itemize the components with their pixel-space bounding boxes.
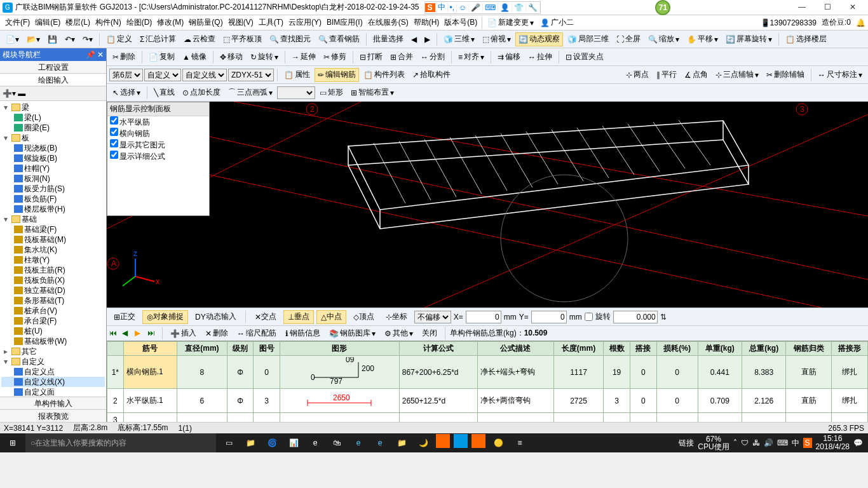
tree-item[interactable]: ▾自定义	[1, 356, 105, 367]
copy-button[interactable]: 📄复制	[146, 50, 178, 64]
tree-item[interactable]: ▾梁	[1, 102, 105, 112]
tree-item[interactable]: 板洞(N)	[1, 173, 105, 184]
add-icon[interactable]: ➕▾	[3, 89, 16, 98]
properties-button[interactable]: 📋属性	[281, 68, 313, 82]
rebar-table[interactable]: 筋号直径(mm)级别图号图形计算公式公式描述长度(mm)根数搭接损耗(%)单重(…	[107, 341, 868, 422]
close-button[interactable]: ✕	[840, 1, 865, 14]
coord-snap[interactable]: ⊹坐标	[381, 310, 412, 324]
app-icon-7[interactable]	[471, 434, 485, 448]
open-button[interactable]: 📂▾	[24, 32, 43, 46]
app-icon-8[interactable]: 🟡	[489, 434, 507, 452]
rebar-library-button[interactable]: 📚钢筋图库 ▾	[326, 327, 379, 341]
table-header[interactable]: 计算公式	[399, 342, 477, 356]
y-input[interactable]	[531, 311, 567, 323]
table-cell[interactable]	[477, 413, 553, 423]
stepper-icon[interactable]: ⇅	[660, 313, 667, 322]
rebar-opt-2[interactable]: 显示其它图元	[107, 139, 209, 151]
table-header[interactable]: 钢筋归类	[786, 342, 832, 356]
tree-item[interactable]: ▸其它	[1, 346, 105, 356]
tray-sogou-icon[interactable]: S	[803, 438, 812, 448]
tree-item[interactable]: 承台梁(F)	[1, 316, 105, 326]
define-button[interactable]: 📋定义	[103, 32, 135, 46]
delete-button[interactable]: ✂删除	[109, 50, 139, 64]
tree-item[interactable]: 桩承台(V)	[1, 306, 105, 316]
table-cell[interactable]: 867+200+6.25*d	[399, 356, 477, 389]
rotate-checkbox[interactable]	[585, 313, 593, 321]
table-cell[interactable]: 0.441	[698, 356, 742, 389]
minimize-button[interactable]: —	[789, 1, 815, 14]
other-button[interactable]: ⚙其他 ▾	[381, 327, 416, 341]
point-length-button[interactable]: ⊙点加长度	[179, 86, 224, 100]
rect-tool-button[interactable]: ▭矩形	[316, 86, 346, 100]
menu-draw[interactable]: 绘图(D)	[124, 17, 155, 28]
save-button[interactable]: 💾	[44, 32, 60, 46]
merge-button[interactable]: ⊞合并	[387, 50, 416, 64]
perp-snap[interactable]: ⊥垂点	[283, 310, 314, 324]
tree-collapse-icon[interactable]: ▬	[18, 89, 25, 98]
move-button[interactable]: ✥移动	[217, 50, 246, 64]
table-cell[interactable]: Φ	[227, 389, 254, 413]
local-3d-button[interactable]: 🧊局部三维	[564, 32, 612, 46]
table-cell[interactable]	[254, 413, 280, 423]
pan-button[interactable]: ✋平移 ▾	[684, 32, 721, 46]
component-list-button[interactable]: 📋构件列表	[360, 68, 408, 82]
tree-item[interactable]: 筏板主筋(R)	[1, 265, 105, 275]
table-cell[interactable]: 1*	[107, 356, 124, 389]
view-3d-button[interactable]: 🧊三维 ▾	[440, 32, 478, 46]
ie2-icon[interactable]: e	[371, 434, 389, 452]
set-grip-button[interactable]: ⊡设置夹点	[562, 50, 607, 64]
table-header[interactable]: 公式描述	[477, 342, 553, 356]
tree-item[interactable]: 板负筋(F)	[1, 194, 105, 204]
rebar-display-panel[interactable]: 钢筋显示控制面板 水平纵筋 横向钢筋 显示其它图元 显示详细公式	[107, 102, 210, 216]
tray-link[interactable]: 链接	[679, 438, 694, 449]
split-button[interactable]: ↔分割	[417, 50, 448, 64]
table-header[interactable]: 直径(mm)	[177, 342, 227, 356]
tree-item[interactable]: 柱墩(Y)	[1, 255, 105, 265]
edge-icon[interactable]: e	[306, 434, 324, 452]
table-cell[interactable]	[656, 413, 698, 423]
table-header[interactable]: 单重(kg)	[698, 342, 742, 356]
trim-button[interactable]: ✂修剪	[320, 50, 349, 64]
table-cell[interactable]: 0	[254, 356, 280, 389]
tray-notifications-icon[interactable]: 💬	[853, 438, 863, 447]
next-button[interactable]: ▶	[421, 32, 433, 46]
pick-component-button[interactable]: ↗拾取构件	[409, 68, 454, 82]
table-cell[interactable]: 2	[107, 389, 124, 413]
ime-mic-icon[interactable]: 🎤	[469, 3, 483, 12]
prev-icon[interactable]: ◀	[122, 329, 132, 339]
next-icon[interactable]: ▶	[135, 329, 145, 339]
tree-item[interactable]: 梁(L)	[1, 112, 105, 123]
menu-rebar[interactable]: 钢筋量(Q)	[186, 17, 225, 28]
nav-tab-project[interactable]: 工程设置	[0, 61, 106, 74]
table-header[interactable]: 搭接	[630, 342, 656, 356]
table-cell[interactable]: 6	[177, 389, 227, 413]
task-view-icon[interactable]: ▭	[220, 434, 238, 452]
view-top-button[interactable]: ⬚俯视 ▾	[479, 32, 514, 46]
table-cell[interactable]	[832, 413, 868, 423]
menu-tools[interactable]: 工具(T)	[256, 17, 286, 28]
rotate-input[interactable]	[613, 311, 658, 323]
ortho-toggle[interactable]: ⊞正交	[109, 310, 140, 324]
table-cell[interactable]	[280, 413, 399, 423]
bell-icon[interactable]: 🔔	[856, 18, 865, 27]
table-header[interactable]: 长度(mm)	[553, 342, 604, 356]
table-cell[interactable]: 净长+两倍弯钩	[477, 389, 553, 413]
table-cell[interactable]: 19	[604, 356, 630, 389]
table-cell[interactable]	[742, 413, 785, 423]
category-select[interactable]: 自定义	[144, 69, 181, 81]
ime-emoji-icon[interactable]: ☺	[457, 3, 469, 12]
tray-cpu[interactable]: 67%CPU使用	[698, 435, 729, 451]
table-cell[interactable]: 0.709	[698, 389, 742, 413]
table-cell[interactable]: 直筋	[786, 356, 832, 389]
table-cell[interactable]: 绑扎	[832, 356, 868, 389]
tree-item[interactable]: 筏板负筋(X)	[1, 275, 105, 285]
table-cell[interactable]: 2650	[280, 389, 399, 413]
ie-icon[interactable]: e	[349, 434, 367, 452]
tree-item[interactable]: 基础梁(F)	[1, 224, 105, 234]
scale-rebar-button[interactable]: ↔缩尺配筋	[234, 327, 280, 341]
table-cell[interactable]: 0	[630, 389, 656, 413]
table-cell[interactable]: 净长+端头+弯钩	[477, 356, 553, 389]
smart-layout-button[interactable]: ⊞智能布置 ▾	[348, 86, 397, 100]
screen-rotate-button[interactable]: 🔄屏幕旋转 ▾	[722, 32, 775, 46]
table-cell[interactable]	[630, 413, 656, 423]
